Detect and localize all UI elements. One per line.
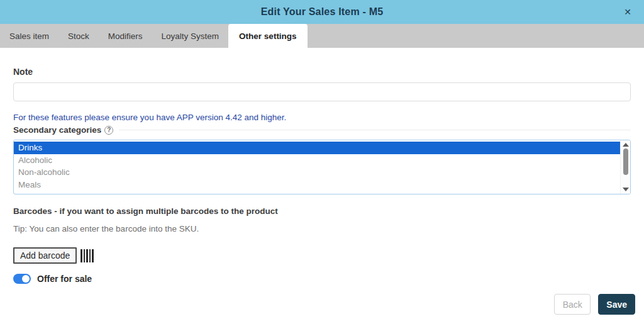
barcodes-heading: Barcodes - if you want to assign multipl… [13, 206, 631, 216]
tab-other-settings[interactable]: Other settings [228, 24, 308, 48]
note-label: Note [13, 67, 631, 77]
tab-panel-other-settings: Note For these features please ensure yo… [0, 67, 644, 284]
secondary-categories-listbox: Drinks Alcoholic Non-alcoholic Meals [13, 140, 631, 194]
dialog-title: Edit Your Sales Item - M5 [261, 6, 384, 18]
close-icon[interactable]: ✕ [624, 0, 631, 24]
secondary-categories-label: Secondary categories [13, 125, 101, 135]
list-option-drinks[interactable]: Drinks [14, 142, 620, 154]
add-barcode-row: Add barcode [13, 247, 631, 264]
scrollbar-track[interactable] [621, 147, 630, 188]
list-option-non-alcoholic[interactable]: Non-alcoholic [14, 166, 620, 179]
tab-stock[interactable]: Stock [58, 24, 99, 48]
offer-for-sale-label: Offer for sale [37, 274, 92, 284]
save-button[interactable]: Save [598, 294, 635, 315]
scrollbar-down-icon[interactable] [623, 188, 629, 191]
dialog-footer: Back Save [554, 294, 635, 315]
app-version-info: For these features please ensure you hav… [13, 113, 631, 122]
tab-loyalty-system[interactable]: Loyalty System [152, 24, 229, 48]
listbox-options: Drinks Alcoholic Non-alcoholic Meals [14, 140, 620, 194]
tab-sales-item[interactable]: Sales item [0, 24, 58, 48]
barcode-icon [80, 249, 94, 262]
secondary-categories-header: Secondary categories ? [13, 125, 631, 135]
listbox-scrollbar[interactable] [620, 140, 630, 194]
scrollbar-thumb[interactable] [623, 149, 628, 175]
note-input[interactable] [13, 82, 631, 101]
dialog-header: Edit Your Sales Item - M5 ✕ [0, 0, 644, 24]
list-option-meals[interactable]: Meals [14, 179, 620, 191]
add-barcode-button[interactable]: Add barcode [13, 247, 77, 264]
tab-bar: Sales item Stock Modifiers Loyalty Syste… [0, 24, 644, 48]
toggle-knob [22, 275, 30, 283]
offer-for-sale-row: Offer for sale [13, 274, 631, 284]
back-button[interactable]: Back [554, 294, 591, 315]
tab-modifiers[interactable]: Modifiers [99, 24, 152, 48]
barcodes-tip: Tip: You can also enter the barcode into… [13, 224, 631, 233]
list-option-alcoholic[interactable]: Alcoholic [14, 154, 620, 167]
offer-for-sale-toggle[interactable] [13, 274, 31, 284]
help-icon[interactable]: ? [104, 126, 113, 135]
divider [119, 130, 631, 130]
